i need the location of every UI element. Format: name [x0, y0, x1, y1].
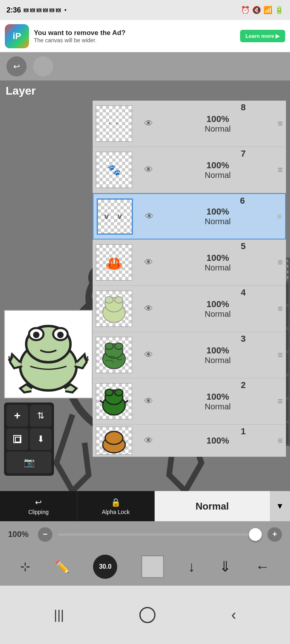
brush-size-value: 30.0 [99, 563, 112, 570]
zoom-percent-label: 100% [8, 530, 32, 539]
layer-panel-title: Layer [6, 85, 36, 97]
layer-row-2[interactable]: 2 👁 100% Normal ≡ [93, 378, 286, 425]
layer-row-1[interactable]: 1 👁 100% ≡ [93, 425, 286, 457]
layer-info-8: 100% Normal [161, 114, 274, 134]
layer-eye-1[interactable]: 👁 [144, 436, 153, 446]
merge-layer-button[interactable]: ⇅ [30, 405, 52, 427]
clipping-tab[interactable]: ↩ Clipping [0, 491, 77, 521]
nav-menu-button[interactable]: ||| [54, 607, 64, 622]
copy-icon [13, 435, 21, 443]
layer-eye-5[interactable]: 👁 [144, 257, 153, 268]
copy-layer-button[interactable] [6, 428, 28, 450]
layer-thumb-2 [96, 383, 132, 419]
svg-point-15 [115, 297, 123, 303]
layer-menu-6[interactable]: ≡ [277, 211, 282, 222]
zoom-in-button[interactable]: + [267, 527, 282, 542]
layer-num-4: 4 [241, 287, 246, 298]
zoom-track[interactable] [58, 533, 262, 536]
layer-menu-2[interactable]: ≡ [278, 396, 283, 407]
blend-mode-dropdown-arrow[interactable]: ▼ [270, 491, 290, 521]
ad-banner: iP You want to remove the Ad? The canvas… [0, 20, 290, 52]
layer-thumb-7: 🐾 [96, 152, 132, 188]
alpha-lock-label: Alpha Lock [102, 509, 130, 515]
back-button[interactable]: ↩ [6, 56, 27, 76]
brush-size-indicator[interactable]: 30.0 [93, 555, 117, 579]
alarm-icon: ⏰ [241, 6, 250, 14]
layer-eye-6[interactable]: 👁 [145, 211, 154, 222]
zoom-out-button[interactable]: − [38, 527, 52, 542]
ad-subtitle: The canvas will be wider. [34, 37, 235, 43]
flatten-layer-button[interactable]: ⬇ [30, 428, 52, 450]
layer-row-4[interactable]: 4 👁 100% Normal ≡ [93, 286, 286, 332]
nav-back-button[interactable]: ‹ [231, 607, 236, 623]
svg-point-22 [105, 389, 113, 396]
layer-menu-8[interactable]: ≡ [278, 118, 283, 129]
layer-num-6: 6 [240, 196, 245, 206]
arrow-down-icon: ↓ [188, 558, 195, 575]
layer-row-8[interactable]: · · 8 👁 100% Normal ≡ [93, 101, 286, 147]
layer-menu-3[interactable]: ≡ [278, 350, 283, 360]
back-arrow-button[interactable]: ← [255, 558, 270, 575]
back-icon: ← [255, 558, 270, 575]
layer-menu-7[interactable]: ≡ [278, 165, 283, 175]
layer-info-5: 100% Normal [161, 253, 274, 272]
layer-menu-4[interactable]: ≡ [278, 303, 283, 314]
layer-row-3[interactable]: 3 👁 100% Normal ≡ [93, 332, 286, 378]
camera-button[interactable]: 📷 [6, 452, 52, 473]
layer-menu-5[interactable]: ≡ [278, 257, 283, 268]
layer-row-7[interactable]: 🐾 7 👁 100% Normal ≡ [93, 147, 286, 193]
alpha-lock-icon: 🔒 [111, 497, 121, 507]
double-arrow-down-button[interactable]: ⇓ [219, 558, 231, 575]
layer-list: · · 8 👁 100% Normal ≡ 🐾 7 👁 100% Normal … [93, 101, 286, 457]
layer-thumb-6: v v [97, 198, 133, 235]
layer-info-4: 100% Normal [161, 299, 274, 319]
home-circle-icon [139, 607, 155, 623]
double-arrow-down-icon: ⇓ [219, 558, 231, 575]
layer-eye-3[interactable]: 👁 [144, 350, 153, 360]
status-bar: 2:36 🜲🜲🜲🜲🜲🜲 • ⏰ 🔇 📶 🔋 [0, 0, 290, 20]
blend-mode-display[interactable]: Normal [155, 491, 270, 521]
layer-thumb-5: 🦀 [96, 244, 132, 281]
layer-eye-4[interactable]: 👁 [144, 303, 153, 314]
layer-num-8: 8 [241, 102, 246, 113]
drawing-toolbar: ⊹ ✏️ 30.0 ↓ ⇓ ← [0, 547, 290, 586]
svg-point-10 [57, 332, 64, 338]
selection-tool-button[interactable]: ⊹ [20, 559, 30, 574]
ad-learn-more-button[interactable]: Learn more ▶ [240, 30, 285, 42]
add-layer-button[interactable]: + [6, 405, 28, 427]
layer-row-6[interactable]: v v 6 👁 100% Normal ≡ [93, 193, 286, 239]
svg-text:🦀: 🦀 [105, 255, 123, 272]
bottom-bar: ↩ Clipping 🔒 Alpha Lock Normal ▼ [0, 491, 290, 521]
layer-eye-7[interactable]: 👁 [144, 165, 153, 175]
color-swatch[interactable] [141, 555, 164, 578]
layer-thumb-3 [96, 337, 132, 373]
signal-icon: 📶 [263, 6, 272, 14]
nav-bar: ||| ‹ [0, 586, 290, 644]
layer-eye-2[interactable]: 👁 [144, 396, 153, 407]
alpha-lock-tab[interactable]: 🔒 Alpha Lock [77, 491, 155, 521]
zoom-thumb[interactable] [249, 528, 262, 541]
layer-row-5[interactable]: 🦀 5 👁 100% Normal ≡ [93, 239, 286, 286]
svg-point-25 [105, 431, 123, 444]
plus-icon: + [14, 409, 21, 422]
main-area: Layer + [0, 80, 290, 553]
frog-preview-svg [8, 314, 89, 394]
nav-home-button[interactable] [139, 607, 155, 623]
arrow-down-button[interactable]: ↓ [188, 558, 195, 575]
brush-tool-button[interactable]: ✏️ [54, 559, 69, 574]
layer-info-2: 100% Normal [161, 392, 274, 411]
frog-preview [4, 310, 93, 398]
circle-button[interactable] [33, 56, 53, 76]
ad-text: You want to remove the Ad? The canvas wi… [34, 29, 235, 43]
layer-num-5: 5 [241, 241, 246, 252]
layer-eye-8[interactable]: 👁 [144, 118, 153, 129]
clipping-icon: ↩ [35, 497, 42, 507]
svg-point-9 [33, 332, 39, 338]
layer-num-3: 3 [241, 334, 246, 344]
nav-back-icon: ‹ [231, 607, 236, 623]
layer-thumb-4 [96, 291, 132, 327]
layer-menu-1[interactable]: ≡ [278, 436, 283, 446]
status-time: 2:36 [6, 6, 21, 14]
layer-num-7: 7 [241, 149, 246, 159]
status-right: ⏰ 🔇 📶 🔋 [241, 6, 284, 14]
